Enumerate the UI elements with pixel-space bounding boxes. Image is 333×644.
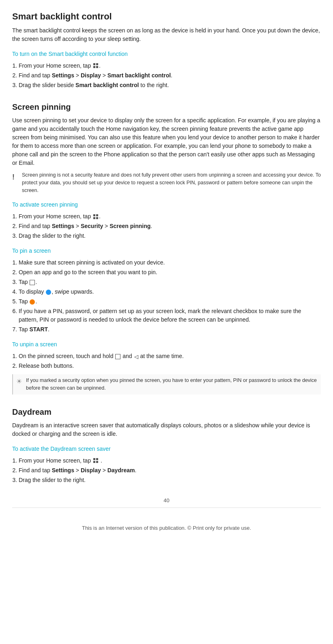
daydream-section: Daydream Daydream is an interactive scre…: [12, 406, 321, 484]
step-bold: Smart backlight control: [75, 82, 139, 88]
step-bold: Display: [81, 467, 101, 473]
svg-rect-0: [93, 63, 95, 65]
smart-backlight-intro: The smart backlight control keeps the sc…: [12, 26, 321, 43]
step-item: To display , swipe upwards.: [19, 288, 321, 296]
screen-pinning-warning-box: ! Screen pinning is not a security featu…: [12, 171, 321, 194]
step-item: Release both buttons.: [19, 362, 321, 370]
smart-backlight-section: Smart backlight control The smart backli…: [12, 10, 321, 90]
circle-orange-icon: [30, 299, 35, 305]
tip-icon: ☀: [16, 377, 23, 386]
turn-on-smart-backlight-title: To turn on the Smart backlight control f…: [12, 50, 321, 58]
grid-icon: [93, 458, 99, 463]
step-item: Drag the slider beside Smart backlight c…: [19, 81, 321, 90]
step-bold: Security: [81, 223, 103, 229]
footer-text: This is an Internet version of this publ…: [12, 524, 321, 532]
circle-blue-icon: [46, 290, 51, 295]
screen-pinning-warning-text: Screen pinning is not a security feature…: [22, 171, 321, 194]
screen-pinning-heading: Screen pinning: [12, 101, 321, 113]
unpin-screen-steps: On the pinned screen, touch and hold and…: [19, 352, 321, 370]
square-icon: [30, 280, 35, 285]
step-item: Tap .: [19, 297, 321, 306]
step-bold: Daydream: [107, 467, 135, 473]
square-icon: [115, 354, 120, 359]
step-item: If you have a PIN, password, or pattern …: [19, 307, 321, 324]
activate-daydream-steps: From your Home screen, tap . Find and ta…: [19, 456, 321, 484]
activate-screen-pinning-steps: From your Home screen, tap . Find and ta…: [19, 212, 321, 240]
svg-rect-5: [96, 214, 98, 216]
daydream-intro: Daydream is an interactive screen saver …: [12, 421, 321, 438]
unpin-tip-box: ☀ If you marked a security option when y…: [12, 374, 321, 395]
step-bold: Settings: [52, 467, 74, 473]
svg-rect-6: [93, 217, 95, 219]
activate-daydream-title: To activate the Daydream screen saver: [12, 445, 321, 453]
smart-backlight-steps: From your Home screen, tap . Find and ta…: [19, 62, 321, 90]
step-item: From your Home screen, tap .: [19, 456, 321, 465]
screen-pinning-intro: Use screen pinning to set your device to…: [12, 116, 321, 167]
svg-rect-2: [93, 66, 95, 68]
step-bold: Smart backlight control: [107, 72, 171, 79]
step-item: Drag the slider to the right.: [19, 232, 321, 240]
unpin-tip-text: If you marked a security option when you…: [26, 377, 318, 392]
activate-screen-pinning-title: To activate screen pinning: [12, 200, 321, 209]
footer-divider: [12, 508, 321, 508]
smart-backlight-heading: Smart backlight control: [12, 10, 321, 23]
step-item: Find and tap Settings > Security > Scree…: [19, 222, 321, 230]
step-item: From your Home screen, tap .: [19, 212, 321, 221]
step-item: Make sure that screen pinning is activat…: [19, 258, 321, 267]
step-item: From your Home screen, tap .: [19, 62, 321, 70]
back-icon: ◁: [134, 353, 138, 361]
warning-icon: !: [12, 172, 19, 183]
step-item: Tap .: [19, 278, 321, 286]
step-bold: Screen pinning: [110, 223, 150, 229]
screen-pinning-section: Screen pinning Use screen pinning to set…: [12, 101, 321, 395]
unpin-screen-title: To unpin a screen: [12, 340, 321, 349]
grid-icon: [93, 63, 99, 68]
step-bold: Settings: [52, 223, 74, 229]
step-item: On the pinned screen, touch and hold and…: [19, 352, 321, 360]
pin-screen-title: To pin a screen: [12, 247, 321, 255]
step-bold: Settings: [52, 72, 74, 79]
step-item: Tap START.: [19, 325, 321, 334]
svg-rect-4: [93, 214, 95, 216]
step-bold: Display: [81, 72, 101, 79]
svg-rect-9: [96, 458, 98, 460]
grid-icon: [93, 214, 99, 220]
svg-rect-10: [93, 461, 95, 463]
svg-rect-11: [96, 461, 98, 463]
page-number: 40: [12, 497, 321, 505]
svg-rect-7: [96, 217, 98, 219]
step-item: Find and tap Settings > Display > Smart …: [19, 71, 321, 80]
svg-rect-3: [96, 66, 98, 68]
daydream-heading: Daydream: [12, 406, 321, 418]
step-item: Find and tap Settings > Display > Daydre…: [19, 466, 321, 475]
pin-screen-steps: Make sure that screen pinning is activat…: [19, 258, 321, 334]
svg-rect-8: [93, 458, 95, 460]
svg-rect-1: [96, 63, 98, 65]
step-item: Open an app and go to the screen that yo…: [19, 268, 321, 277]
step-bold: START: [29, 326, 48, 333]
step-item: Drag the slider to the right.: [19, 476, 321, 484]
